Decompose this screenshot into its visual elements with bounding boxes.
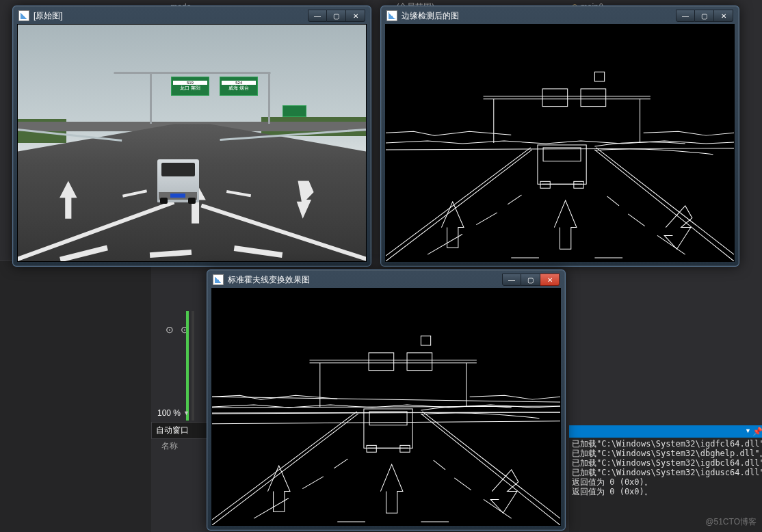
road-sign-right: 524 威海 烟台 [220, 77, 258, 96]
svg-rect-4 [542, 89, 568, 107]
road-sign-left: 519 龙口 莱阳 [171, 77, 209, 96]
watermark: @51CTO博客 [705, 516, 757, 528]
close-button[interactable]: ✕ [346, 10, 365, 22]
svg-line-33 [421, 414, 560, 525]
svg-line-36 [302, 477, 324, 489]
app-icon [213, 274, 224, 285]
output-line: 已加载"C:\Windows\System32\igdusc64.dll"。无法 [572, 468, 759, 477]
column-header-name: 名称 [161, 440, 178, 452]
road-sign-far [283, 105, 307, 117]
svg-rect-28 [369, 353, 394, 371]
maximize-button[interactable]: ▢ [695, 10, 714, 22]
svg-line-9 [594, 150, 734, 261]
output-line: 已加载"C:\Windows\System32\dbghelp.dll"。已加载 [572, 449, 759, 458]
svg-rect-44 [369, 412, 407, 425]
minimize-button[interactable]: — [308, 10, 327, 22]
pushpin-icon[interactable]: 📌 [752, 427, 761, 435]
titlebar[interactable]: [原始图] — ▢ ✕ [17, 10, 367, 24]
svg-line-16 [607, 196, 619, 206]
maximize-button[interactable]: ▢ [327, 10, 346, 22]
app-icon [18, 10, 29, 21]
svg-rect-19 [538, 145, 586, 184]
svg-rect-43 [364, 409, 412, 448]
svg-line-14 [657, 235, 685, 254]
minimize-button[interactable]: — [676, 10, 695, 22]
svg-rect-46 [367, 445, 376, 452]
svg-line-31 [212, 414, 358, 525]
image-edges [385, 24, 735, 262]
vehicle [157, 159, 199, 202]
svg-line-49 [212, 412, 560, 413]
output-panel-header[interactable]: 📌 [569, 425, 762, 438]
titlebar[interactable]: 边缘检测后的图 — ▢ ✕ [385, 10, 735, 24]
svg-rect-22 [540, 181, 550, 188]
svg-line-12 [476, 213, 497, 225]
svg-rect-29 [407, 353, 432, 371]
svg-line-7 [386, 150, 532, 261]
image-hough [211, 288, 561, 526]
window-title: 边缘检测后的图 [402, 10, 676, 22]
svg-line-38 [484, 499, 512, 518]
titlebar[interactable]: 标准霍夫线变换效果图 — ▢ ✕ [211, 274, 561, 288]
svg-line-39 [454, 478, 471, 490]
output-line: 已加载"C:\Windows\System32\igdbcl64.dll"。无法 [572, 458, 759, 468]
svg-line-35 [254, 498, 289, 518]
zoom-label: 100 % [157, 408, 181, 418]
svg-line-37 [334, 459, 347, 468]
window-title: 标准霍夫线变换效果图 [228, 274, 502, 286]
svg-line-50 [212, 421, 560, 424]
svg-line-34 [422, 412, 560, 518]
svg-line-51 [212, 397, 560, 402]
svg-rect-30 [421, 336, 430, 345]
svg-line-13 [508, 195, 521, 204]
svg-rect-23 [574, 181, 583, 188]
timeline-track-grey [192, 311, 194, 421]
svg-line-11 [428, 234, 462, 254]
timeline-track-green [186, 311, 189, 421]
chevron-down-icon: ▼ [183, 410, 189, 416]
svg-rect-5 [581, 89, 606, 107]
image-original: 519 龙口 莱阳 524 威海 烟台 [17, 24, 367, 262]
window-original[interactable]: [原始图] — ▢ ✕ 519 龙口 莱阳 524 威海 烟台 [12, 5, 371, 267]
zoom-control[interactable]: 100 % ▼ [157, 408, 189, 418]
svg-rect-20 [543, 148, 581, 161]
ide-side-panel [0, 260, 151, 532]
window-hough[interactable]: 标准霍夫线变换效果图 — ▢ ✕ [207, 269, 566, 531]
close-button[interactable]: ✕ [714, 10, 733, 22]
output-line: 已加载"C:\Windows\System32\igdfcl64.dll"。无法 [572, 439, 759, 449]
maximize-button[interactable]: ▢ [521, 274, 540, 286]
output-line: 返回值为 0 (0x0)。 [572, 477, 759, 487]
output-line: 返回值为 0 (0x0)。 [572, 487, 759, 496]
minimize-button[interactable]: — [502, 274, 521, 286]
svg-rect-6 [594, 72, 604, 81]
window-edges[interactable]: 边缘检测后的图 — ▢ ✕ [380, 5, 739, 267]
app-icon [386, 10, 397, 21]
window-title: [原始图] [34, 10, 308, 22]
svg-rect-47 [400, 445, 410, 452]
svg-line-40 [434, 460, 445, 470]
svg-line-10 [596, 148, 734, 254]
close-button[interactable]: ✕ [540, 274, 560, 286]
svg-line-15 [628, 214, 644, 226]
